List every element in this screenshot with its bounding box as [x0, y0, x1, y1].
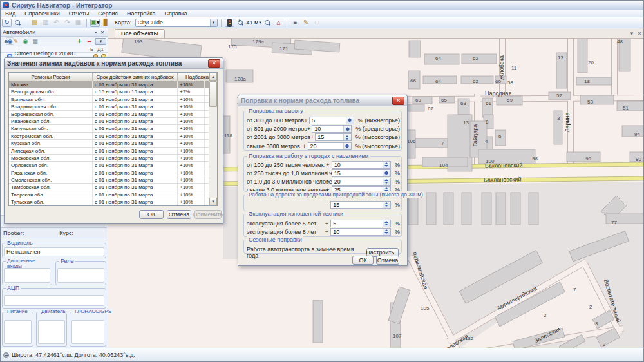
column-b: Б: [90, 46, 93, 52]
close-button[interactable]: ✕: [208, 59, 220, 68]
table-row[interactable]: Смоленская обл. с 01 ноября по 31 марта …: [9, 176, 209, 184]
close-icon[interactable]: ✕: [99, 30, 106, 35]
table-row[interactable]: Владимирская обл. с 01 ноября по 31 март…: [9, 103, 209, 110]
spinner-arrows-icon[interactable]: [383, 178, 390, 185]
globe-blue-icon[interactable]: ◉: [6, 37, 14, 45]
scroll-down-icon[interactable]: ▼: [209, 198, 217, 205]
table-row[interactable]: Воронежская обл. с 01 ноября по 31 марта…: [9, 111, 209, 118]
value-spinner[interactable]: 10: [312, 125, 352, 133]
period-cell: с 01 ноября по 31 марта: [93, 133, 178, 139]
spinner-value: 10: [331, 229, 383, 235]
value-spinner[interactable]: 15: [315, 133, 352, 141]
redo-button[interactable]: ↷: [62, 19, 72, 27]
value-spinner[interactable]: 15: [330, 201, 391, 209]
spinner-arrows-icon[interactable]: [343, 126, 351, 132]
close-button[interactable]: ✕: [392, 97, 404, 105]
checkbox-tool-button[interactable]: □: [312, 19, 322, 27]
table-row[interactable]: Ивановская обл. с 01 ноября по 31 марта …: [9, 118, 209, 125]
grid-button[interactable]: ▦: [73, 19, 83, 27]
zoom-in-button[interactable]: +: [236, 19, 245, 27]
notes-button[interactable]: ✎: [301, 19, 311, 27]
list-button[interactable]: ≡: [290, 19, 300, 27]
vehicle-view-select[interactable]: ▾: [95, 38, 106, 45]
table-row[interactable]: Курская обл. с 01 ноября по 31 марта +10…: [9, 140, 209, 147]
ok-button[interactable]: ОК: [352, 256, 374, 265]
value-spinner[interactable]: 5: [309, 117, 354, 124]
home-button[interactable]: ⌂: [274, 19, 283, 27]
map-select[interactable]: CityGuide ▾: [135, 19, 218, 27]
scroll-up-icon[interactable]: ▲: [209, 73, 217, 81]
apply-button[interactable]: Применить: [194, 210, 222, 219]
spinner-arrows-icon[interactable]: [383, 220, 390, 227]
cancel-button[interactable]: Отмена: [167, 210, 191, 219]
dialog-title-bar[interactable]: Поправки к нормам расхода топлива ✕: [238, 95, 407, 106]
table-row[interactable]: Рязанская обл. с 01 ноября по 31 марта +…: [9, 169, 209, 176]
menu-item[interactable]: Настройка: [127, 10, 155, 17]
spinner-arrows-icon[interactable]: [383, 202, 390, 208]
camera-icon[interactable]: ▦: [31, 37, 39, 45]
table-row[interactable]: Тверская обл. с 01 ноября по 31 марта +1…: [9, 191, 209, 198]
scroll-thumb[interactable]: [209, 81, 217, 107]
menu-item[interactable]: Сервис: [98, 10, 118, 17]
map-select-value: CityGuide: [136, 19, 210, 26]
altitude-group: Поправка на высоту от 300 до 800 метров …: [243, 111, 402, 151]
spinner-arrows-icon[interactable]: [346, 117, 354, 124]
spinner-arrows-icon[interactable]: [343, 143, 351, 149]
chevron-down-icon[interactable]: ▾: [210, 19, 217, 26]
edit-table-icon: ▤: [32, 19, 37, 26]
globe-icon[interactable]: ◉: [21, 37, 30, 45]
undo-button[interactable]: ↶: [52, 19, 61, 27]
tab-close-icon[interactable]: ×: [636, 30, 643, 37]
table-row[interactable]: Калужская обл. с 01 ноября по 31 марта +…: [9, 125, 209, 132]
track-button[interactable]: ▣▾: [90, 19, 100, 27]
surcharge-cell: +10%: [178, 148, 205, 154]
title-bar[interactable]: Сириус Навигатор - Интегратор: [1, 1, 643, 10]
table-scrollbar[interactable]: ▲ ▼: [209, 73, 217, 205]
menu-item[interactable]: Вид: [5, 10, 15, 17]
pin-icon[interactable]: ▪: [93, 30, 99, 35]
value-spinner[interactable]: 20: [308, 142, 352, 150]
cancel-button[interactable]: Отмена: [376, 256, 399, 265]
spinner-arrows-icon[interactable]: [383, 229, 390, 235]
refresh-button[interactable]: ↻: [2, 19, 12, 27]
menu-item[interactable]: Отчёты: [69, 10, 89, 17]
table-row[interactable]: Белгородская обл. с 15 ноября по 15 март…: [9, 88, 209, 95]
surcharge-cell: +10%: [178, 184, 205, 190]
table-row[interactable]: Липецкая обл. с 01 ноября по 31 марта +1…: [9, 148, 209, 155]
menu-item[interactable]: Справочники: [24, 10, 60, 17]
table-row[interactable]: Москва с 01 ноября по 31 марта +10%: [9, 81, 209, 88]
ok-button[interactable]: ОК: [139, 210, 164, 219]
table-row[interactable]: Брянская обл. с 01 ноября по 31 марта +1…: [9, 96, 209, 103]
table-tool-button[interactable]: ▥: [41, 19, 50, 27]
table-row[interactable]: Костромская обл. с 01 ноября по 31 марта…: [9, 133, 209, 140]
value-spinner[interactable]: 10: [330, 228, 391, 236]
edit-table-button[interactable]: ▤: [30, 19, 39, 27]
region-cell: Рязанская обл.: [9, 169, 93, 176]
chart-button[interactable]: ▊: [101, 19, 111, 27]
traffic-button[interactable]: [225, 19, 234, 27]
chevron-down-icon[interactable]: ▾: [259, 20, 261, 25]
table-row[interactable]: Орловская обл. с 01 ноября по 31 марта +…: [9, 162, 209, 169]
coordinates-text: Широта: 47.42461°с.ш. Долгота: 40.06243°…: [12, 352, 135, 358]
table-row[interactable]: Тамбовская обл. с 01 ноября по 31 марта …: [9, 184, 209, 191]
zoom-out-button[interactable]: −: [263, 19, 272, 27]
search-button[interactable]: [13, 19, 23, 27]
value-spinner[interactable]: 20: [332, 178, 391, 186]
table-row[interactable]: Московская обл. с 01 ноября по 31 марта …: [9, 155, 209, 162]
tab-all-objects[interactable]: Все объекты: [115, 29, 165, 38]
tab-menu-icon[interactable]: ▾: [628, 30, 636, 37]
spinner-arrows-icon[interactable]: [343, 134, 351, 140]
column-period[interactable]: Срок действия зимних надбавок: [93, 73, 178, 81]
value-spinner[interactable]: 15: [332, 169, 391, 177]
spinner-arrows-icon[interactable]: [383, 162, 390, 168]
table-row[interactable]: Тульская обл. с 01 ноября по 31 марта +1…: [9, 198, 209, 205]
spinner-arrows-icon[interactable]: [383, 170, 390, 176]
column-regions[interactable]: Регионы России: [9, 73, 93, 81]
value-spinner[interactable]: 10: [332, 161, 391, 169]
add-vehicle-icon[interactable]: +: [75, 37, 84, 45]
zoom-level-select[interactable]: 41 м ▾: [247, 19, 261, 26]
remove-vehicle-icon[interactable]: −: [85, 37, 93, 45]
dialog-title-bar[interactable]: Значения зимних надбавок к нормам расход…: [5, 58, 223, 69]
value-spinner[interactable]: 5: [330, 220, 391, 227]
menu-item[interactable]: Справка: [164, 10, 187, 17]
